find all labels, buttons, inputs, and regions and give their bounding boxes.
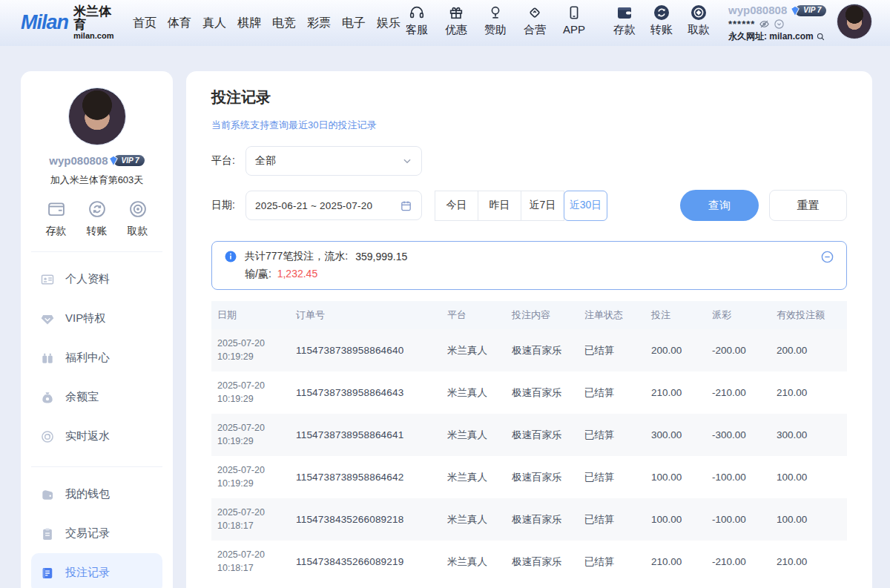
cell-date: 2025-07-2010:19:29 [211, 337, 290, 363]
nav-item[interactable]: 娱乐 [377, 16, 400, 31]
brand-logo[interactable]: Milan 米兰体育 milan.com [21, 5, 116, 40]
table-row[interactable]: 2025-07-2010:18:17 1154738435266089219 米… [211, 541, 847, 583]
column-header: 投注内容 [506, 308, 578, 322]
wallet-solid-icon [616, 4, 633, 22]
header-withdraw[interactable]: 取款 [682, 4, 715, 37]
table-body: 2025-07-2010:19:29 1154738738958864640 米… [211, 329, 847, 583]
range-button[interactable]: 近30日 [564, 191, 607, 221]
service-icons-group: 客服 优惠 赞助 合营 [400, 4, 590, 37]
sidebar-item-my-wallet[interactable]: 我的钱包 [31, 475, 162, 514]
eye-off-icon[interactable] [759, 19, 770, 30]
header-transfer[interactable]: 转账 [645, 4, 678, 37]
rebate-icon [40, 429, 55, 444]
wallet-outline-icon [46, 199, 67, 219]
cell-bet-content: 极速百家乐 [506, 513, 578, 526]
cell-payout: -100.00 [706, 472, 771, 483]
service-label: 客服 [406, 23, 428, 37]
vip-badge: VIP 7 [795, 5, 826, 16]
sidebar-avatar[interactable] [68, 87, 126, 145]
magnifier-icon[interactable] [816, 32, 825, 42]
cell-bet-amount: 200.00 [645, 345, 706, 356]
quick-transfer[interactable]: 转账 [87, 199, 108, 238]
nav-item[interactable]: 棋牌 [237, 16, 261, 31]
cell-status: 已结算 [578, 471, 645, 484]
vip-shield-icon [789, 5, 801, 17]
sidebar-item-profile[interactable]: 个人资料 [31, 260, 162, 299]
range-button[interactable]: 今日 [435, 191, 478, 221]
withdraw-outline-icon [128, 199, 148, 219]
table-row[interactable]: 2025-07-2010:19:29 1154738738958864643 米… [211, 371, 847, 414]
date-range-input[interactable]: 2025-06-21 ~ 2025-07-20 [245, 191, 422, 220]
nav-item[interactable]: 真人 [202, 16, 226, 31]
service-support[interactable]: 客服 [400, 4, 433, 37]
range-button[interactable]: 近7日 [521, 191, 564, 221]
sidebar-item-welfare[interactable]: 福利中心 [31, 338, 162, 377]
user-info-block: wyp080808 VIP 7 ****** 永久网址: milan.com [728, 4, 826, 42]
page-title: 投注记录 [211, 71, 847, 108]
table-row[interactable]: 2025-07-2010:19:29 1154738738958864640 米… [211, 329, 847, 371]
service-label: 赞助 [484, 23, 507, 37]
transfer-outline-icon [87, 199, 108, 219]
vip-gem-icon [40, 311, 55, 326]
cell-valid-amount: 300.00 [771, 429, 847, 440]
cell-valid-amount: 210.00 [771, 387, 847, 398]
cell-payout: -100.00 [706, 514, 771, 525]
nav-item[interactable]: 体育 [168, 16, 191, 31]
range-button[interactable]: 昨日 [478, 191, 521, 221]
wallet-label: 取款 [688, 23, 710, 37]
cell-bet-content: 极速百家乐 [506, 386, 578, 400]
cell-status: 已结算 [578, 344, 645, 357]
cell-status: 已结算 [578, 429, 645, 442]
table-row[interactable]: 2025-07-2010:18:17 1154738435266089218 米… [211, 498, 847, 541]
service-promo[interactable]: 优惠 [440, 4, 472, 37]
nav-item[interactable]: 首页 [133, 16, 156, 31]
sidebar-menu-records: 我的钱包 交易记录 投注记录 [31, 467, 162, 588]
masked-balance: ****** [728, 19, 755, 30]
sidebar-item-bet-records[interactable]: 投注记录 [31, 553, 162, 588]
winloss-label: 输/赢: [245, 268, 271, 280]
reset-button[interactable]: 重置 [769, 190, 847, 221]
cell-status: 已结算 [578, 513, 645, 526]
column-header: 有效投注额 [771, 308, 847, 322]
nav-item[interactable]: 彩票 [307, 16, 331, 31]
table-row[interactable]: 2025-07-2010:19:29 1154738738958864642 米… [211, 456, 847, 498]
sidebar-item-yuebao[interactable]: 余额宝 [31, 377, 162, 417]
cell-bet-amount: 100.00 [645, 514, 706, 525]
collapse-summary-icon[interactable] [820, 250, 834, 264]
nav-item[interactable]: 电竞 [272, 16, 296, 31]
cell-order-number: 1154738738958864642 [290, 472, 441, 483]
date-range-value: 2025-06-21 ~ 2025-07-20 [255, 200, 400, 211]
permanent-url-text: 永久网址: milan.com [728, 31, 814, 42]
sidebar-item-transactions[interactable]: 交易记录 [31, 514, 162, 553]
table-row[interactable]: 2025-07-2010:19:29 1154738738958864641 米… [211, 414, 847, 456]
nav-item[interactable]: 电子 [342, 16, 366, 31]
cell-date: 2025-07-2010:19:29 [211, 464, 290, 490]
sidebar-item-vip[interactable]: VIP特权 [31, 299, 162, 338]
service-sponsor[interactable]: 赞助 [479, 4, 512, 37]
winloss-value: 1,232.45 [277, 268, 318, 280]
quick-withdraw[interactable]: 取款 [128, 199, 148, 238]
platform-select[interactable]: 全部 [245, 146, 422, 176]
cell-bet-content: 极速百家乐 [506, 471, 578, 484]
sidebar-item-rebate[interactable]: 实时返水 [31, 417, 162, 456]
cell-bet-amount: 300.00 [645, 429, 706, 440]
quick-deposit[interactable]: 存款 [46, 199, 67, 238]
withdraw-solid-icon [690, 4, 708, 22]
cell-bet-content: 极速百家乐 [506, 344, 578, 357]
quick-label: 取款 [128, 225, 148, 238]
cell-platform: 米兰真人 [441, 513, 506, 526]
cell-platform: 米兰真人 [441, 386, 506, 400]
column-header: 日期 [211, 308, 290, 322]
header-deposit[interactable]: 存款 [608, 4, 641, 37]
phone-icon [566, 4, 582, 22]
service-partner[interactable]: 合营 [518, 4, 551, 37]
query-button[interactable]: 查询 [680, 190, 759, 221]
sidebar: wyp080808 VIP 7 加入米兰体育第603天 存款 转账 取款 [21, 71, 173, 588]
user-avatar[interactable] [837, 4, 872, 39]
cell-bet-content: 极速百家乐 [506, 429, 578, 442]
my-wallet-icon [40, 487, 55, 502]
platform-filter-row: 平台: 全部 [211, 146, 847, 176]
top-header: Milan 米兰体育 milan.com 首页体育真人棋牌电竞彩票电子娱乐 客服… [0, 0, 890, 46]
chevron-circle-icon[interactable] [774, 19, 785, 30]
service-app[interactable]: APP [558, 4, 590, 37]
